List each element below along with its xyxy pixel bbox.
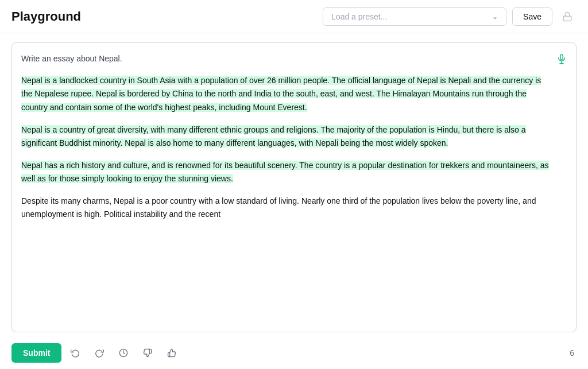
- save-button[interactable]: Save: [512, 7, 552, 26]
- highlighted-text-1: Nepal is a landlocked country in South A…: [21, 76, 541, 111]
- editor-container: Write an essay about Nepal. Nepal is a l…: [11, 42, 577, 332]
- header-right: Load a preset... ⌄ Save: [323, 7, 577, 26]
- lock-icon: [558, 7, 577, 26]
- highlighted-text-3: Nepal has a rich history and culture, an…: [21, 161, 549, 183]
- editor-scroll-area[interactable]: Write an essay about Nepal. Nepal is a l…: [12, 43, 576, 332]
- toolbar-left: Submit: [11, 343, 182, 363]
- response-paragraph-2: Nepal is a country of great diversity, w…: [21, 123, 553, 150]
- header: Playground Load a preset... ⌄ Save: [0, 0, 588, 33]
- bottom-toolbar: Submit: [11, 339, 577, 369]
- page-title: Playground: [11, 9, 81, 24]
- thumbs-down-button[interactable]: [137, 343, 158, 363]
- preset-dropdown-label: Load a preset...: [331, 12, 387, 21]
- submit-button[interactable]: Submit: [11, 343, 61, 363]
- response-paragraph-1: Nepal is a landlocked country in South A…: [21, 74, 553, 114]
- main-area: Write an essay about Nepal. Nepal is a l…: [0, 33, 588, 369]
- response-paragraph-4: Despite its many charms, Nepal is a poor…: [21, 195, 553, 221]
- chevron-down-icon: ⌄: [492, 13, 498, 21]
- token-count: 6: [570, 348, 577, 358]
- mic-icon[interactable]: [556, 51, 567, 68]
- svg-rect-1: [560, 55, 563, 60]
- response-paragraph-3: Nepal has a rich history and culture, an…: [21, 159, 553, 185]
- highlighted-text-2: Nepal is a country of great diversity, w…: [21, 125, 526, 147]
- editor-content: Write an essay about Nepal. Nepal is a l…: [12, 43, 576, 239]
- svg-rect-0: [563, 16, 571, 21]
- prompt-text: Write an essay about Nepal.: [21, 52, 553, 65]
- undo-button[interactable]: [65, 343, 86, 363]
- preset-dropdown[interactable]: Load a preset... ⌄: [323, 7, 506, 26]
- history-button[interactable]: [113, 343, 134, 363]
- redo-button[interactable]: [89, 343, 110, 363]
- thumbs-up-button[interactable]: [161, 343, 182, 363]
